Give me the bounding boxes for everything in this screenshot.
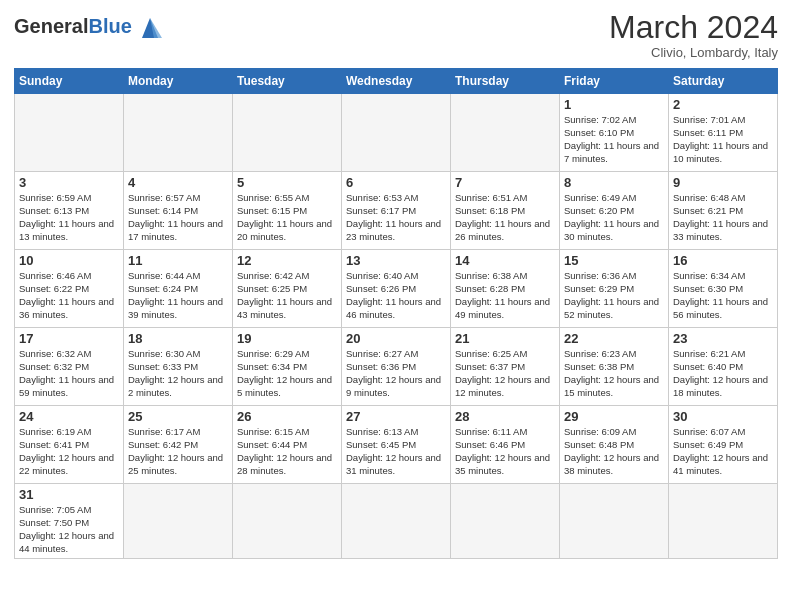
table-row: 23Sunrise: 6:21 AM Sunset: 6:40 PM Dayli… [669, 328, 778, 406]
weekday-saturday: Saturday [669, 69, 778, 94]
day-number: 4 [128, 175, 228, 190]
weekday-header-row: Sunday Monday Tuesday Wednesday Thursday… [15, 69, 778, 94]
day-info: Sunrise: 6:40 AM Sunset: 6:26 PM Dayligh… [346, 270, 446, 321]
day-number: 30 [673, 409, 773, 424]
day-number: 21 [455, 331, 555, 346]
day-info: Sunrise: 6:09 AM Sunset: 6:48 PM Dayligh… [564, 426, 664, 477]
day-number: 20 [346, 331, 446, 346]
day-info: Sunrise: 6:17 AM Sunset: 6:42 PM Dayligh… [128, 426, 228, 477]
weekday-sunday: Sunday [15, 69, 124, 94]
table-row: 17Sunrise: 6:32 AM Sunset: 6:32 PM Dayli… [15, 328, 124, 406]
table-row: 1Sunrise: 7:02 AM Sunset: 6:10 PM Daylig… [560, 94, 669, 172]
table-row: 28Sunrise: 6:11 AM Sunset: 6:46 PM Dayli… [451, 406, 560, 484]
day-number: 23 [673, 331, 773, 346]
day-info: Sunrise: 7:01 AM Sunset: 6:11 PM Dayligh… [673, 114, 773, 165]
table-row: 6Sunrise: 6:53 AM Sunset: 6:17 PM Daylig… [342, 172, 451, 250]
day-info: Sunrise: 6:49 AM Sunset: 6:20 PM Dayligh… [564, 192, 664, 243]
day-info: Sunrise: 6:25 AM Sunset: 6:37 PM Dayligh… [455, 348, 555, 399]
page: GeneralBlue March 2024 Clivio, Lombardy,… [0, 0, 792, 612]
weekday-monday: Monday [124, 69, 233, 94]
table-row: 31Sunrise: 7:05 AM Sunset: 7:50 PM Dayli… [15, 484, 124, 559]
table-row: 30Sunrise: 6:07 AM Sunset: 6:49 PM Dayli… [669, 406, 778, 484]
day-info: Sunrise: 6:27 AM Sunset: 6:36 PM Dayligh… [346, 348, 446, 399]
logo-general: General [14, 15, 88, 37]
weekday-thursday: Thursday [451, 69, 560, 94]
table-row [124, 484, 233, 559]
table-row: 26Sunrise: 6:15 AM Sunset: 6:44 PM Dayli… [233, 406, 342, 484]
day-number: 15 [564, 253, 664, 268]
day-info: Sunrise: 6:23 AM Sunset: 6:38 PM Dayligh… [564, 348, 664, 399]
table-row [15, 94, 124, 172]
header: GeneralBlue March 2024 Clivio, Lombardy,… [14, 10, 778, 60]
logo-text: GeneralBlue [14, 16, 132, 36]
table-row [233, 484, 342, 559]
table-row: 11Sunrise: 6:44 AM Sunset: 6:24 PM Dayli… [124, 250, 233, 328]
day-info: Sunrise: 6:48 AM Sunset: 6:21 PM Dayligh… [673, 192, 773, 243]
table-row: 2Sunrise: 7:01 AM Sunset: 6:11 PM Daylig… [669, 94, 778, 172]
weekday-wednesday: Wednesday [342, 69, 451, 94]
calendar-subtitle: Clivio, Lombardy, Italy [609, 45, 778, 60]
day-info: Sunrise: 6:11 AM Sunset: 6:46 PM Dayligh… [455, 426, 555, 477]
table-row: 25Sunrise: 6:17 AM Sunset: 6:42 PM Dayli… [124, 406, 233, 484]
day-number: 25 [128, 409, 228, 424]
table-row: 4Sunrise: 6:57 AM Sunset: 6:14 PM Daylig… [124, 172, 233, 250]
day-number: 27 [346, 409, 446, 424]
day-info: Sunrise: 6:34 AM Sunset: 6:30 PM Dayligh… [673, 270, 773, 321]
weekday-tuesday: Tuesday [233, 69, 342, 94]
day-number: 8 [564, 175, 664, 190]
day-number: 29 [564, 409, 664, 424]
day-number: 24 [19, 409, 119, 424]
table-row: 12Sunrise: 6:42 AM Sunset: 6:25 PM Dayli… [233, 250, 342, 328]
day-number: 9 [673, 175, 773, 190]
day-number: 28 [455, 409, 555, 424]
table-row: 3Sunrise: 6:59 AM Sunset: 6:13 PM Daylig… [15, 172, 124, 250]
day-number: 16 [673, 253, 773, 268]
day-number: 1 [564, 97, 664, 112]
day-info: Sunrise: 6:44 AM Sunset: 6:24 PM Dayligh… [128, 270, 228, 321]
table-row: 27Sunrise: 6:13 AM Sunset: 6:45 PM Dayli… [342, 406, 451, 484]
table-row [342, 94, 451, 172]
day-info: Sunrise: 6:46 AM Sunset: 6:22 PM Dayligh… [19, 270, 119, 321]
weekday-friday: Friday [560, 69, 669, 94]
day-info: Sunrise: 7:05 AM Sunset: 7:50 PM Dayligh… [19, 504, 119, 555]
day-number: 6 [346, 175, 446, 190]
day-info: Sunrise: 6:30 AM Sunset: 6:33 PM Dayligh… [128, 348, 228, 399]
day-info: Sunrise: 6:15 AM Sunset: 6:44 PM Dayligh… [237, 426, 337, 477]
day-info: Sunrise: 6:57 AM Sunset: 6:14 PM Dayligh… [128, 192, 228, 243]
table-row [451, 484, 560, 559]
day-number: 2 [673, 97, 773, 112]
table-row: 7Sunrise: 6:51 AM Sunset: 6:18 PM Daylig… [451, 172, 560, 250]
day-info: Sunrise: 6:29 AM Sunset: 6:34 PM Dayligh… [237, 348, 337, 399]
day-number: 7 [455, 175, 555, 190]
day-info: Sunrise: 6:38 AM Sunset: 6:28 PM Dayligh… [455, 270, 555, 321]
day-info: Sunrise: 6:13 AM Sunset: 6:45 PM Dayligh… [346, 426, 446, 477]
table-row: 9Sunrise: 6:48 AM Sunset: 6:21 PM Daylig… [669, 172, 778, 250]
table-row: 14Sunrise: 6:38 AM Sunset: 6:28 PM Dayli… [451, 250, 560, 328]
table-row [560, 484, 669, 559]
calendar-table: Sunday Monday Tuesday Wednesday Thursday… [14, 68, 778, 559]
day-number: 17 [19, 331, 119, 346]
day-info: Sunrise: 6:55 AM Sunset: 6:15 PM Dayligh… [237, 192, 337, 243]
table-row: 15Sunrise: 6:36 AM Sunset: 6:29 PM Dayli… [560, 250, 669, 328]
day-number: 5 [237, 175, 337, 190]
day-number: 26 [237, 409, 337, 424]
day-info: Sunrise: 6:53 AM Sunset: 6:17 PM Dayligh… [346, 192, 446, 243]
day-info: Sunrise: 6:51 AM Sunset: 6:18 PM Dayligh… [455, 192, 555, 243]
day-number: 14 [455, 253, 555, 268]
day-number: 3 [19, 175, 119, 190]
day-info: Sunrise: 6:36 AM Sunset: 6:29 PM Dayligh… [564, 270, 664, 321]
title-block: March 2024 Clivio, Lombardy, Italy [609, 10, 778, 60]
table-row: 5Sunrise: 6:55 AM Sunset: 6:15 PM Daylig… [233, 172, 342, 250]
day-info: Sunrise: 6:21 AM Sunset: 6:40 PM Dayligh… [673, 348, 773, 399]
table-row [451, 94, 560, 172]
day-number: 31 [19, 487, 119, 502]
logo-icon [134, 10, 166, 42]
day-info: Sunrise: 6:32 AM Sunset: 6:32 PM Dayligh… [19, 348, 119, 399]
table-row [233, 94, 342, 172]
day-number: 13 [346, 253, 446, 268]
day-number: 22 [564, 331, 664, 346]
day-info: Sunrise: 6:19 AM Sunset: 6:41 PM Dayligh… [19, 426, 119, 477]
table-row [342, 484, 451, 559]
day-info: Sunrise: 6:42 AM Sunset: 6:25 PM Dayligh… [237, 270, 337, 321]
table-row: 19Sunrise: 6:29 AM Sunset: 6:34 PM Dayli… [233, 328, 342, 406]
